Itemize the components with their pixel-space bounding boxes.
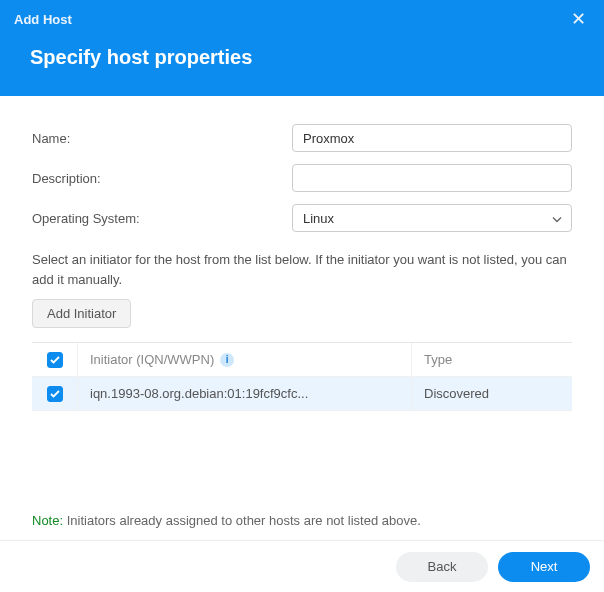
close-icon[interactable]: ✕ xyxy=(567,8,590,30)
titlebar: Add Host ✕ xyxy=(0,0,604,30)
note-text: Initiators already assigned to other hos… xyxy=(67,513,421,528)
row-type-cell: Discovered xyxy=(412,377,572,410)
note: Note: Initiators already assigned to oth… xyxy=(32,513,572,528)
instructions-text: Select an initiator for the host from th… xyxy=(32,250,572,289)
table-row[interactable]: iqn.1993-08.org.debian:01:19fcf9cfc... D… xyxy=(32,377,572,411)
dialog-content: Name: Description: Operating System: Sel… xyxy=(0,96,604,411)
row-type-value: Discovered xyxy=(424,386,489,401)
add-initiator-button[interactable]: Add Initiator xyxy=(32,299,131,328)
row-os: Operating System: xyxy=(32,204,572,232)
note-label: Note: xyxy=(32,513,63,528)
row-description: Description: xyxy=(32,164,572,192)
row-checkbox[interactable] xyxy=(47,386,63,402)
os-label: Operating System: xyxy=(32,211,292,226)
row-initiator-cell: iqn.1993-08.org.debian:01:19fcf9cfc... xyxy=(78,377,412,410)
dialog-footer: Back Next xyxy=(0,540,604,592)
header-initiator-label: Initiator (IQN/WWPN) xyxy=(90,352,214,367)
header-type-label: Type xyxy=(424,352,452,367)
row-checkbox-cell[interactable] xyxy=(32,377,78,410)
select-all-checkbox[interactable] xyxy=(47,352,63,368)
initiator-table: Initiator (IQN/WWPN) i Type iqn.1993-08.… xyxy=(32,342,572,411)
name-input[interactable] xyxy=(292,124,572,152)
header-type[interactable]: Type xyxy=(412,343,572,376)
description-input[interactable] xyxy=(292,164,572,192)
row-initiator-value: iqn.1993-08.org.debian:01:19fcf9cfc... xyxy=(90,386,308,401)
header-checkbox-cell[interactable] xyxy=(32,343,78,376)
table-header: Initiator (IQN/WWPN) i Type xyxy=(32,343,572,377)
header-initiator[interactable]: Initiator (IQN/WWPN) i xyxy=(78,343,412,376)
back-button[interactable]: Back xyxy=(396,552,488,582)
os-select-value[interactable] xyxy=(292,204,572,232)
name-label: Name: xyxy=(32,131,292,146)
row-name: Name: xyxy=(32,124,572,152)
dialog-header: Add Host ✕ Specify host properties xyxy=(0,0,604,96)
info-icon[interactable]: i xyxy=(220,353,234,367)
os-select[interactable] xyxy=(292,204,572,232)
description-label: Description: xyxy=(32,171,292,186)
page-title: Specify host properties xyxy=(0,30,604,89)
next-button[interactable]: Next xyxy=(498,552,590,582)
window-title: Add Host xyxy=(14,12,72,27)
